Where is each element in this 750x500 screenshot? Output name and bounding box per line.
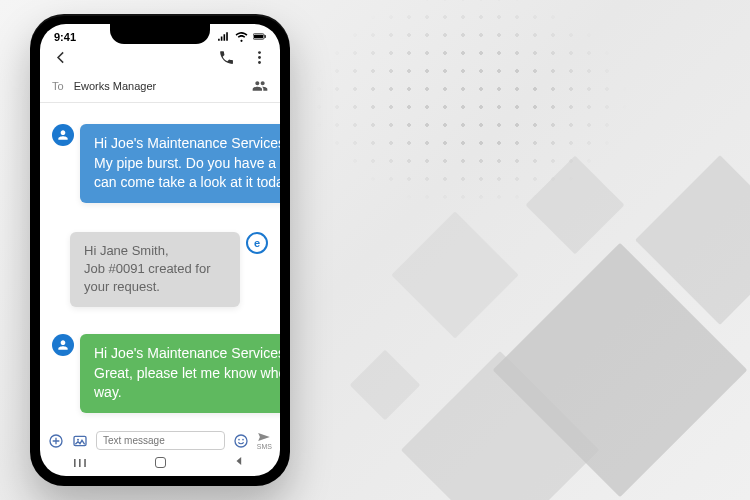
person-icon bbox=[56, 128, 70, 142]
add-icon[interactable] bbox=[48, 433, 64, 449]
avatar-eworks: e bbox=[246, 232, 268, 254]
image-icon[interactable] bbox=[72, 433, 88, 449]
svg-point-10 bbox=[238, 438, 240, 440]
contacts-icon[interactable] bbox=[252, 78, 268, 94]
svg-point-5 bbox=[258, 61, 261, 64]
avatar-customer bbox=[52, 124, 74, 146]
phone-frame: 9:41 To Eworks Manager bbox=[30, 14, 290, 486]
recipient-name: Eworks Manager bbox=[74, 80, 242, 92]
svg-point-11 bbox=[242, 438, 244, 440]
send-icon bbox=[257, 431, 271, 443]
nav-home-icon[interactable] bbox=[155, 457, 166, 468]
svg-point-3 bbox=[258, 51, 261, 54]
svg-point-8 bbox=[77, 438, 79, 440]
message-bubble-eworks: Hi Jane Smith, Job #0091 created for you… bbox=[70, 232, 240, 307]
avatar-customer bbox=[52, 334, 74, 356]
call-icon[interactable] bbox=[218, 49, 235, 66]
person-icon bbox=[56, 338, 70, 352]
message-input-bar: Text message SMS bbox=[48, 431, 272, 450]
emoji-icon[interactable] bbox=[233, 433, 249, 449]
decor-diamond bbox=[391, 211, 518, 338]
status-time: 9:41 bbox=[54, 31, 76, 43]
nav-back-icon[interactable] bbox=[233, 454, 247, 471]
send-button[interactable]: SMS bbox=[257, 431, 272, 450]
svg-rect-2 bbox=[265, 35, 266, 38]
message-bubble-customer: Hi Joe's Maintenance Services, Great, pl… bbox=[80, 334, 280, 413]
message-thread: Hi Joe's Maintenance Services, My pipe b… bbox=[52, 124, 268, 426]
svg-rect-1 bbox=[254, 35, 263, 39]
more-icon[interactable] bbox=[251, 49, 268, 66]
message-row: e Hi Jane Smith, Job #0091 created for y… bbox=[70, 232, 268, 307]
svg-point-4 bbox=[258, 56, 261, 59]
message-row: Hi Joe's Maintenance Services, Great, pl… bbox=[52, 334, 280, 413]
message-bubble-customer: Hi Joe's Maintenance Services, My pipe b… bbox=[80, 124, 280, 203]
signal-icon bbox=[217, 30, 230, 43]
app-header bbox=[40, 45, 280, 72]
phone-notch bbox=[110, 24, 210, 44]
wifi-icon bbox=[235, 30, 248, 43]
phone-screen: 9:41 To Eworks Manager bbox=[40, 24, 280, 476]
message-input[interactable]: Text message bbox=[96, 431, 225, 450]
decor-diamond bbox=[350, 350, 421, 421]
android-nav-bar: III bbox=[40, 454, 280, 471]
to-label: To bbox=[52, 80, 64, 92]
svg-point-9 bbox=[235, 435, 247, 447]
battery-icon bbox=[253, 30, 266, 43]
recipient-row: To Eworks Manager bbox=[40, 72, 280, 103]
send-label: SMS bbox=[257, 443, 272, 450]
message-row: Hi Joe's Maintenance Services, My pipe b… bbox=[52, 124, 280, 203]
nav-recent-icon[interactable]: III bbox=[73, 457, 88, 469]
back-icon[interactable] bbox=[52, 49, 69, 66]
